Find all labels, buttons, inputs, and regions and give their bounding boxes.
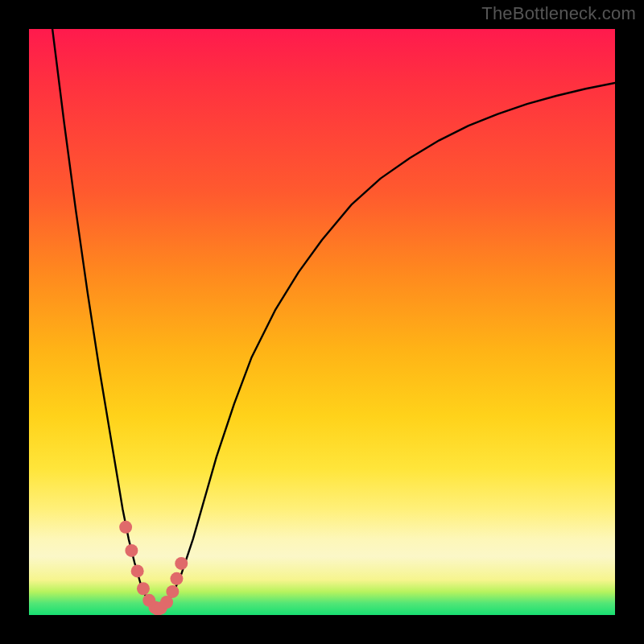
highlight-dots — [119, 521, 188, 615]
chart-frame: TheBottleneck.com — [0, 0, 644, 644]
plot-area — [29, 29, 615, 615]
watermark-text: TheBottleneck.com — [481, 3, 636, 24]
highlight-dot — [170, 572, 183, 585]
bottleneck-curve — [52, 29, 615, 609]
highlight-dot — [175, 557, 188, 570]
curve-layer — [29, 29, 615, 615]
highlight-dot — [119, 521, 132, 534]
highlight-dot — [125, 544, 138, 557]
highlight-dot — [131, 564, 144, 577]
highlight-dot — [166, 585, 179, 598]
highlight-dot — [137, 582, 150, 595]
